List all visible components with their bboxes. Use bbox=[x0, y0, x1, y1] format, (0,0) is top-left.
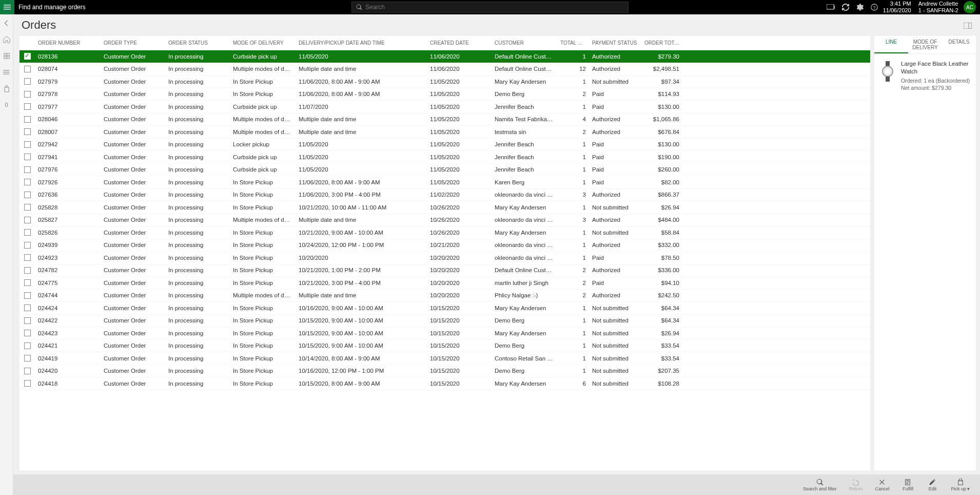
app-header: Find and manage orders ? 3:41 PM 11/06/2… bbox=[0, 0, 980, 14]
header-title: Find and manage orders bbox=[18, 4, 86, 11]
hamburger-menu[interactable] bbox=[0, 0, 14, 14]
svg-rect-1 bbox=[4, 7, 11, 8]
svg-rect-3 bbox=[827, 4, 834, 9]
search-input[interactable] bbox=[365, 4, 624, 11]
svg-text:?: ? bbox=[873, 5, 875, 10]
settings-icon[interactable] bbox=[856, 4, 864, 11]
refresh-icon[interactable] bbox=[842, 4, 849, 11]
search-icon bbox=[356, 4, 362, 10]
header-user[interactable]: Andrew Collette 1 - SANFRAN-2 bbox=[918, 1, 958, 14]
avatar[interactable]: AC bbox=[964, 1, 976, 13]
device-icon[interactable] bbox=[827, 4, 835, 10]
svg-rect-4 bbox=[834, 6, 835, 9]
global-search[interactable] bbox=[351, 2, 629, 13]
svg-rect-2 bbox=[4, 9, 11, 10]
header-clock: 3:41 PM 11/06/2020 bbox=[883, 1, 911, 14]
svg-rect-0 bbox=[4, 5, 11, 6]
help-icon[interactable]: ? bbox=[871, 4, 878, 11]
menu-icon bbox=[4, 4, 11, 11]
